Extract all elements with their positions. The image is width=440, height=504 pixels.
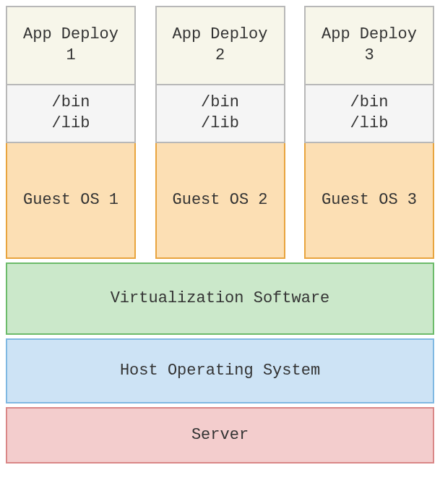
server-layer: Server [6,407,434,464]
bin-lib-box-3: /bin/lib [304,85,434,143]
vm-columns-row: App Deploy1 /bin/lib Guest OS 1 App Depl… [6,6,434,259]
app-deploy-box-2: App Deploy2 [155,6,285,85]
vm-column-2: App Deploy2 /bin/lib Guest OS 2 [155,6,285,259]
host-operating-system-layer: Host Operating System [6,338,434,403]
app-deploy-box-3: App Deploy3 [304,6,434,85]
virtualization-architecture-diagram: App Deploy1 /bin/lib Guest OS 1 App Depl… [6,6,434,464]
bin-lib-box-1: /bin/lib [6,85,136,143]
guest-os-box-1: Guest OS 1 [6,143,136,259]
vm-column-3: App Deploy3 /bin/lib Guest OS 3 [304,6,434,259]
guest-os-box-2: Guest OS 2 [155,143,285,259]
bin-lib-box-2: /bin/lib [155,85,285,143]
vm-column-1: App Deploy1 /bin/lib Guest OS 1 [6,6,136,259]
guest-os-box-3: Guest OS 3 [304,143,434,259]
virtualization-software-layer: Virtualization Software [6,262,434,335]
app-deploy-box-1: App Deploy1 [6,6,136,85]
